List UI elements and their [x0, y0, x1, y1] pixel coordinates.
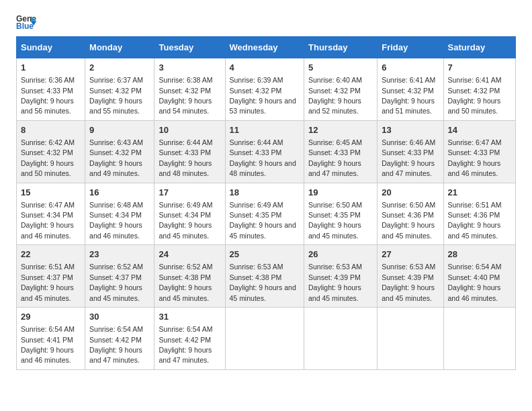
empty-cell — [304, 308, 378, 370]
day-info: Sunrise: 6:45 AMSunset: 4:33 PMDaylight:… — [308, 138, 362, 177]
week-row-2: 8Sunrise: 6:42 AMSunset: 4:32 PMDaylight… — [17, 120, 516, 183]
day-info: Sunrise: 6:46 AMSunset: 4:33 PMDaylight:… — [382, 138, 435, 177]
day-info: Sunrise: 6:49 AMSunset: 4:34 PMDaylight:… — [159, 201, 212, 240]
day-info: Sunrise: 6:53 AMSunset: 4:38 PMDaylight:… — [230, 263, 296, 302]
logo: General Blue — [16, 13, 39, 30]
day-number: 13 — [382, 124, 439, 136]
day-cell-5: 5Sunrise: 6:40 AMSunset: 4:32 PMDaylight… — [304, 58, 378, 121]
empty-cell — [443, 308, 515, 370]
day-cell-22: 22Sunrise: 6:51 AMSunset: 4:37 PMDayligh… — [17, 245, 85, 308]
calendar-table: SundayMondayTuesdayWednesdayThursdayFrid… — [16, 36, 516, 370]
day-number: 20 — [382, 187, 439, 199]
day-number: 26 — [308, 248, 373, 261]
day-cell-21: 21Sunrise: 6:51 AMSunset: 4:36 PMDayligh… — [443, 183, 515, 245]
day-info: Sunrise: 6:52 AMSunset: 4:37 PMDaylight:… — [89, 263, 143, 302]
day-info: Sunrise: 6:43 AMSunset: 4:32 PMDaylight:… — [89, 138, 143, 177]
day-number: 21 — [448, 187, 511, 199]
day-number: 22 — [21, 248, 81, 261]
day-number: 14 — [448, 124, 511, 136]
day-info: Sunrise: 6:44 AMSunset: 4:33 PMDaylight:… — [230, 138, 296, 177]
day-cell-7: 7Sunrise: 6:41 AMSunset: 4:32 PMDaylight… — [443, 58, 515, 121]
day-info: Sunrise: 6:54 AMSunset: 4:42 PMDaylight:… — [159, 325, 212, 364]
day-info: Sunrise: 6:38 AMSunset: 4:32 PMDaylight:… — [159, 76, 212, 115]
col-header-friday: Friday — [378, 37, 443, 58]
day-info: Sunrise: 6:54 AMSunset: 4:41 PMDaylight:… — [21, 325, 75, 364]
col-header-monday: Monday — [85, 37, 154, 58]
day-number: 3 — [159, 62, 220, 74]
day-info: Sunrise: 6:53 AMSunset: 4:39 PMDaylight:… — [382, 263, 435, 302]
day-info: Sunrise: 6:49 AMSunset: 4:35 PMDaylight:… — [230, 201, 296, 240]
header-row: SundayMondayTuesdayWednesdayThursdayFrid… — [17, 37, 516, 58]
day-cell-24: 24Sunrise: 6:52 AMSunset: 4:38 PMDayligh… — [154, 245, 225, 308]
day-number: 28 — [448, 248, 511, 261]
col-header-saturday: Saturday — [443, 37, 515, 58]
col-header-sunday: Sunday — [17, 37, 85, 58]
col-header-wednesday: Wednesday — [225, 37, 304, 58]
day-info: Sunrise: 6:52 AMSunset: 4:38 PMDaylight:… — [159, 263, 212, 302]
day-cell-11: 11Sunrise: 6:44 AMSunset: 4:33 PMDayligh… — [225, 120, 304, 183]
day-info: Sunrise: 6:41 AMSunset: 4:32 PMDaylight:… — [382, 76, 435, 115]
day-cell-17: 17Sunrise: 6:49 AMSunset: 4:34 PMDayligh… — [154, 183, 225, 245]
day-cell-27: 27Sunrise: 6:53 AMSunset: 4:39 PMDayligh… — [378, 245, 443, 308]
empty-cell — [378, 308, 443, 370]
day-cell-1: 1Sunrise: 6:36 AMSunset: 4:33 PMDaylight… — [17, 58, 85, 121]
week-row-4: 22Sunrise: 6:51 AMSunset: 4:37 PMDayligh… — [17, 245, 516, 308]
day-cell-18: 18Sunrise: 6:49 AMSunset: 4:35 PMDayligh… — [225, 183, 304, 245]
day-info: Sunrise: 6:48 AMSunset: 4:34 PMDaylight:… — [89, 201, 143, 240]
day-cell-8: 8Sunrise: 6:42 AMSunset: 4:32 PMDaylight… — [17, 120, 85, 183]
day-info: Sunrise: 6:40 AMSunset: 4:32 PMDaylight:… — [308, 76, 362, 115]
day-number: 27 — [382, 248, 439, 261]
day-info: Sunrise: 6:47 AMSunset: 4:33 PMDaylight:… — [448, 138, 502, 177]
day-number: 1 — [21, 62, 81, 74]
day-number: 17 — [159, 187, 220, 199]
day-info: Sunrise: 6:41 AMSunset: 4:32 PMDaylight:… — [448, 76, 502, 115]
day-number: 8 — [21, 124, 81, 136]
day-number: 7 — [448, 62, 511, 74]
day-cell-6: 6Sunrise: 6:41 AMSunset: 4:32 PMDaylight… — [378, 58, 443, 121]
day-number: 23 — [89, 248, 150, 261]
day-info: Sunrise: 6:54 AMSunset: 4:42 PMDaylight:… — [89, 325, 143, 364]
day-number: 18 — [230, 187, 300, 199]
day-number: 16 — [89, 187, 150, 199]
col-header-thursday: Thursday — [304, 37, 378, 58]
day-cell-9: 9Sunrise: 6:43 AMSunset: 4:32 PMDaylight… — [85, 120, 154, 183]
day-cell-30: 30Sunrise: 6:54 AMSunset: 4:42 PMDayligh… — [85, 308, 154, 370]
day-info: Sunrise: 6:36 AMSunset: 4:33 PMDaylight:… — [21, 76, 75, 115]
day-number: 2 — [89, 62, 150, 74]
col-header-tuesday: Tuesday — [154, 37, 225, 58]
day-info: Sunrise: 6:50 AMSunset: 4:36 PMDaylight:… — [382, 201, 435, 240]
day-info: Sunrise: 6:39 AMSunset: 4:32 PMDaylight:… — [230, 76, 296, 115]
header: General Blue — [16, 13, 516, 30]
day-info: Sunrise: 6:54 AMSunset: 4:40 PMDaylight:… — [448, 263, 502, 302]
day-number: 31 — [159, 311, 220, 323]
day-number: 10 — [159, 124, 220, 136]
day-cell-16: 16Sunrise: 6:48 AMSunset: 4:34 PMDayligh… — [85, 183, 154, 245]
day-cell-13: 13Sunrise: 6:46 AMSunset: 4:33 PMDayligh… — [378, 120, 443, 183]
day-cell-31: 31Sunrise: 6:54 AMSunset: 4:42 PMDayligh… — [154, 308, 225, 370]
day-info: Sunrise: 6:53 AMSunset: 4:39 PMDaylight:… — [308, 263, 362, 302]
day-number: 30 — [89, 311, 150, 323]
day-cell-10: 10Sunrise: 6:44 AMSunset: 4:33 PMDayligh… — [154, 120, 225, 183]
day-cell-29: 29Sunrise: 6:54 AMSunset: 4:41 PMDayligh… — [17, 308, 85, 370]
day-info: Sunrise: 6:47 AMSunset: 4:34 PMDaylight:… — [21, 201, 75, 240]
day-cell-25: 25Sunrise: 6:53 AMSunset: 4:38 PMDayligh… — [225, 245, 304, 308]
day-number: 19 — [308, 187, 373, 199]
day-cell-23: 23Sunrise: 6:52 AMSunset: 4:37 PMDayligh… — [85, 245, 154, 308]
day-info: Sunrise: 6:42 AMSunset: 4:32 PMDaylight:… — [21, 138, 75, 177]
day-number: 25 — [230, 248, 300, 261]
week-row-5: 29Sunrise: 6:54 AMSunset: 4:41 PMDayligh… — [17, 308, 516, 370]
day-cell-4: 4Sunrise: 6:39 AMSunset: 4:32 PMDaylight… — [225, 58, 304, 121]
day-cell-20: 20Sunrise: 6:50 AMSunset: 4:36 PMDayligh… — [378, 183, 443, 245]
day-cell-19: 19Sunrise: 6:50 AMSunset: 4:35 PMDayligh… — [304, 183, 378, 245]
week-row-3: 15Sunrise: 6:47 AMSunset: 4:34 PMDayligh… — [17, 183, 516, 245]
day-number: 12 — [308, 124, 373, 136]
day-number: 4 — [230, 62, 300, 74]
day-number: 6 — [382, 62, 439, 74]
svg-text:Blue: Blue — [16, 21, 34, 30]
empty-cell — [225, 308, 304, 370]
day-number: 11 — [230, 124, 300, 136]
logo-icon: General Blue — [16, 13, 36, 30]
day-cell-12: 12Sunrise: 6:45 AMSunset: 4:33 PMDayligh… — [304, 120, 378, 183]
day-number: 9 — [89, 124, 150, 136]
day-number: 24 — [159, 248, 220, 261]
